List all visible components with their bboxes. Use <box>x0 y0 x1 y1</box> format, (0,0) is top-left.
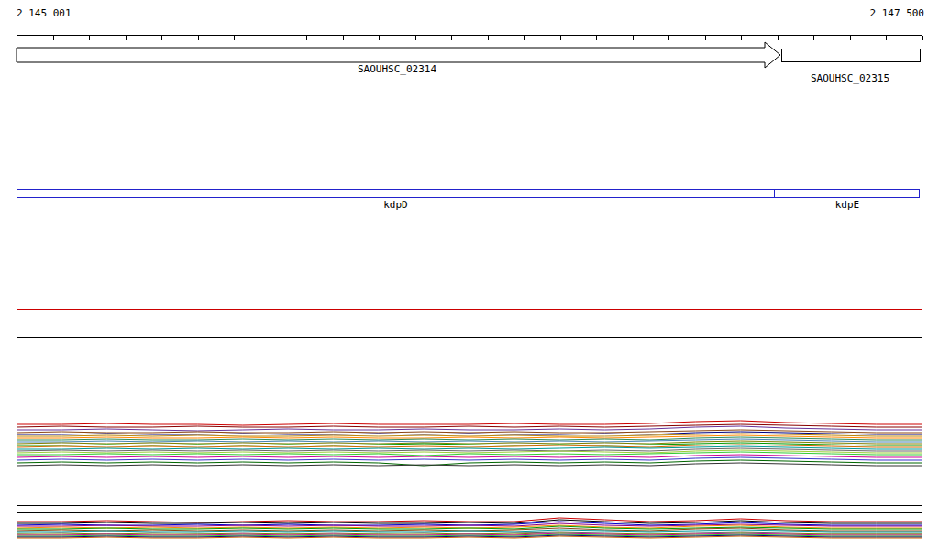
gene-label-saouhsc-02314: SAOUHSC_02314 <box>17 63 778 75</box>
gene-box-saouhsc-02315[interactable] <box>782 49 921 62</box>
feature-label-kdpd: kdpD <box>17 199 775 211</box>
gene-label-saouhsc-02315: SAOUHSC_02315 <box>779 72 921 84</box>
genome-browser-view: 2 145 001 2 147 500 SAOUHSC_02314 SAOUHS… <box>0 0 939 560</box>
feature-segment-kdpe[interactable] <box>775 190 920 198</box>
feature-segment-kdpd[interactable] <box>17 190 775 198</box>
feature-label-kdpe: kdpE <box>775 199 920 211</box>
coverage-track-line <box>17 421 922 425</box>
coverage-track-line <box>17 518 922 522</box>
